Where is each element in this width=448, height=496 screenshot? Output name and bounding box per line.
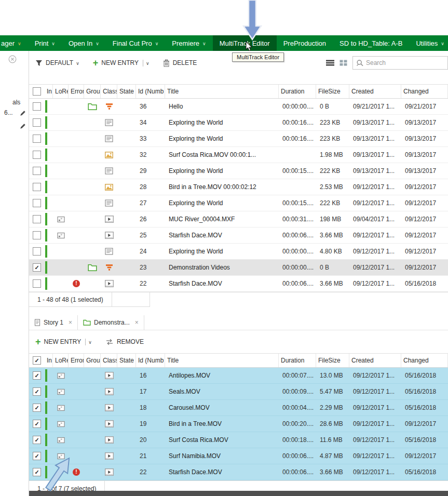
in-status-cell [45, 181, 53, 193]
checkbox[interactable] [33, 183, 41, 191]
tree-item-partial[interactable]: 6... [4, 109, 13, 116]
checkbox[interactable] [33, 279, 41, 288]
checkbox[interactable] [33, 231, 41, 239]
menu-item-print[interactable]: Print∨ [28, 35, 62, 51]
tree-item-partial[interactable]: als [12, 99, 20, 106]
checkbox[interactable] [33, 151, 41, 159]
table-row[interactable]: ✓!22Starfish Dace.MOV00:00:06....3.66 MB… [29, 464, 448, 480]
checkbox[interactable] [33, 199, 41, 207]
tab-story-1[interactable]: Story 1 × [29, 315, 78, 330]
column-header-in[interactable]: In [45, 354, 53, 367]
table-row[interactable]: 34Exploring the World00:00:16....223 KB0… [29, 115, 448, 131]
column-header-grou[interactable]: Grou [84, 354, 101, 367]
list-view-button[interactable] [326, 60, 334, 66]
column-header-grou[interactable]: Grou [84, 85, 101, 98]
column-header-error[interactable]: Error [69, 85, 84, 98]
column-header-state[interactable]: State [117, 354, 136, 367]
search-input[interactable] [364, 59, 447, 66]
menu-item-label: Print [35, 39, 49, 47]
checkbox[interactable]: ✓ [33, 263, 41, 272]
class-cell [101, 420, 117, 427]
table-row[interactable]: ✓21Surf Namibia.MOV00:00:06....4.87 MB09… [29, 448, 448, 464]
checkbox[interactable] [33, 87, 41, 96]
table-row[interactable]: ✓17Seals.MOV00:00:09....5.47 MB09/12/201… [29, 384, 448, 400]
tab-close-icon[interactable]: × [135, 319, 139, 326]
created-cell: 09/12/2017 1... [349, 232, 401, 239]
table-row[interactable]: 26MUC River_00004.MXF00:00:31....198 MB0… [29, 211, 448, 227]
table-row[interactable]: ✓18Carousel.MOV00:00:04....2.29 MB09/12/… [29, 400, 448, 416]
checkbox[interactable]: ✓ [33, 468, 41, 476]
checkbox[interactable]: ✓ [33, 356, 41, 365]
checkbox[interactable] [33, 135, 41, 143]
online-indicator-bar [45, 132, 47, 145]
menu-item-premiere[interactable]: Premiere∨ [165, 35, 212, 51]
duration-cell: 00:00:20.... [279, 420, 316, 427]
column-header-created[interactable]: Created [349, 85, 401, 98]
column-header-in[interactable]: In [45, 85, 53, 98]
menu-item-ager[interactable]: ager∨ [0, 35, 28, 51]
column-header-class[interactable]: Class [101, 354, 117, 367]
table-row[interactable]: !22Starfish Dace.MOV00:00:06....3.66 MB0… [29, 276, 448, 292]
column-header-duration[interactable]: Duration [279, 354, 316, 367]
checkbox[interactable]: ✓ [33, 387, 41, 396]
checkbox[interactable]: ✓ [33, 371, 41, 380]
video-clip-icon [105, 420, 114, 427]
table-row[interactable]: 32Surf Costa Rica.MOV 00:00:1...1.98 MB0… [29, 147, 448, 163]
column-header-created[interactable]: Created [349, 354, 401, 367]
column-header-state[interactable]: State [117, 85, 136, 98]
column-header-class[interactable]: Class [101, 85, 117, 98]
column-header-lore[interactable]: LoRe [53, 85, 69, 98]
tab-demonstration[interactable]: Demonstra... × [78, 315, 144, 330]
created-cell: 09/13/2017 1... [349, 119, 401, 126]
checkbox[interactable]: ✓ [33, 404, 41, 412]
in-status-cell [45, 149, 53, 161]
checkbox[interactable] [33, 102, 41, 111]
column-header-changed[interactable]: Changed [401, 85, 448, 98]
menu-item-sd-to-hd-table-a-b[interactable]: SD to HD_Table: A-B [333, 35, 409, 51]
menu-item-final-cut-pro[interactable]: Final Cut Pro∨ [106, 35, 165, 51]
new-entry-button[interactable]: + NEW ENTRY ∨ [35, 338, 92, 345]
column-header-filesize[interactable]: FileSize [316, 85, 349, 98]
column-header-title[interactable]: Title [165, 354, 279, 367]
column-header-title[interactable]: Title [165, 85, 279, 98]
menu-item-utilities[interactable]: Utilities∨ [409, 35, 448, 51]
column-header-error[interactable]: Error [69, 354, 84, 367]
new-entry-button[interactable]: + NEW ENTRY ∨ [93, 59, 150, 66]
table-row[interactable]: 36Hello00:00:00....0 B09/21/2017 1...09/… [29, 99, 448, 115]
class-cell [101, 103, 117, 110]
delete-button[interactable]: DELETE [163, 59, 197, 67]
close-panel-icon[interactable] [8, 55, 17, 65]
checkbox[interactable] [33, 167, 41, 175]
checkbox[interactable] [33, 247, 41, 256]
column-header-changed[interactable]: Changed [401, 354, 448, 367]
checkbox[interactable] [33, 215, 41, 223]
tab-close-icon[interactable]: × [69, 319, 72, 326]
column-header-lore[interactable]: LoRe [53, 354, 69, 367]
menu-item-preproduction[interactable]: PreProduction [277, 35, 333, 51]
column-header-id-numb[interactable]: Id (Numb [136, 354, 165, 367]
table-row[interactable]: 27Exploring the World00:00:15....222 KB0… [29, 195, 448, 211]
spacer [29, 75, 448, 84]
table-row[interactable]: 29Exploring the World00:00:15....222 KB0… [29, 163, 448, 179]
table-row[interactable]: 25Starfish Dace.MOV00:00:06....3.66 MB09… [29, 227, 448, 244]
chevron-down-icon: ∨ [441, 41, 444, 46]
default-filter-button[interactable]: DEFAULT ∨ [35, 59, 79, 66]
column-header-id-numb[interactable]: Id (Numb [136, 85, 165, 98]
checkbox[interactable]: ✓ [33, 420, 41, 428]
table-row[interactable]: 33Exploring the World00:00:16....223 KB0… [29, 131, 448, 147]
remove-button[interactable]: REMOVE [105, 338, 144, 345]
column-header-duration[interactable]: Duration [279, 85, 316, 98]
table-row[interactable]: ✓19Bird in a Tree.MOV00:00:20....28.6 MB… [29, 416, 448, 432]
checkbox[interactable]: ✓ [33, 452, 41, 460]
table-row[interactable]: ✓16Antilopes.MOV00:00:07....13.0 MB09/12… [29, 368, 448, 384]
lores-cell [53, 372, 69, 379]
menu-item-open-in[interactable]: Open In∨ [62, 35, 106, 51]
grid-view-button[interactable] [340, 60, 347, 66]
checkbox[interactable] [33, 118, 41, 127]
column-header-filesize[interactable]: FileSize [316, 354, 349, 367]
table-row[interactable]: ✓20Surf Costa Rica.MOV00:00:18....11.6 M… [29, 432, 448, 448]
table-row[interactable]: ✓23Demonstration Videos00:00:00....0 B09… [29, 260, 448, 276]
checkbox[interactable]: ✓ [33, 436, 41, 444]
table-row[interactable]: 24Exploring the World00:00:00....4.80 KB… [29, 244, 448, 260]
table-row[interactable]: 28Bird in a Tree.MOV 00:00:02:122.53 MB0… [29, 179, 448, 195]
